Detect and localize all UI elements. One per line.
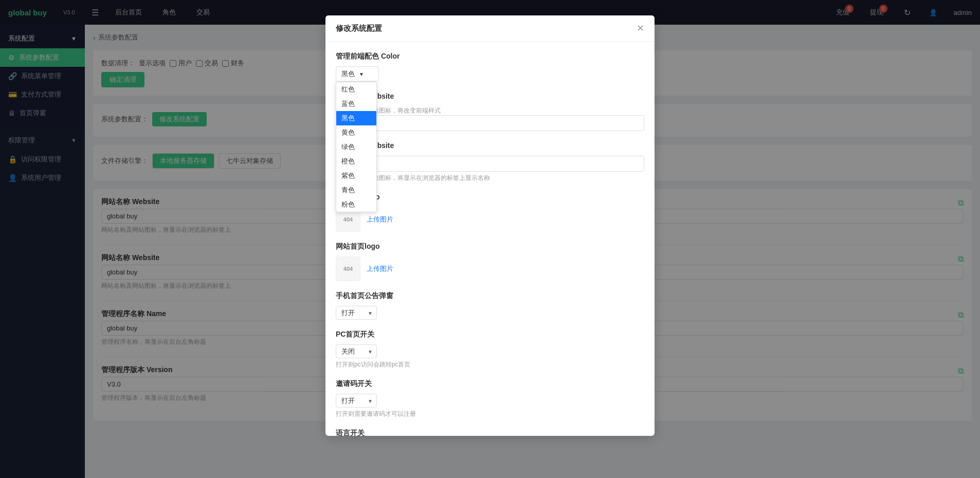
pc-switch-select[interactable]: 关闭 打开 [336, 344, 377, 358]
color-option-black[interactable]: 黑色 [336, 111, 376, 125]
modal-modify-config: 修改系统配置 ✕ 管理前端配色 Color 黑色 ▼ 红色 [325, 15, 655, 436]
mobile-popup-select[interactable]: 打开 关闭 [336, 306, 377, 320]
color-option-pink-label: 粉色 [341, 200, 355, 209]
modal-invite-code-title: 邀请码开关 [336, 379, 644, 389]
color-option-blue[interactable]: 蓝色 [336, 97, 376, 111]
modal-backend-website-hint: 网站名称及网站图标，将显示在浏览器的标签上显示名称 [336, 174, 644, 182]
modal-body: 管理前端配色 Color 黑色 ▼ 红色 蓝色 黑色 [325, 42, 655, 436]
color-option-green[interactable]: 绿色 [336, 140, 376, 154]
color-option-yellow[interactable]: 黄色 [336, 125, 376, 140]
modal-backend-logo-section: 管理后台logo 404 上传图片 [336, 193, 644, 232]
color-option-cyan[interactable]: 青色 [336, 183, 376, 197]
color-option-black-label: 黑色 [341, 114, 355, 123]
invite-code-select-wrapper: 打开 关闭 ▼ [336, 394, 377, 408]
modal-website-name-hint: 网站名称及网站图标，将改变前端样式 [336, 106, 644, 115]
color-option-purple-label: 紫色 [341, 171, 355, 180]
modal-website-name-section: 网站名称 Website 网站名称及网站图标，将改变前端样式 [336, 92, 644, 131]
modal-title: 修改系统配置 [336, 24, 382, 33]
website-logo-upload-link[interactable]: 上传图片 [367, 264, 393, 273]
modal-mobile-popup-title: 手机首页公告弹窗 [336, 291, 644, 301]
modal-language-section: 语言开关 日语打开 日语关闭 ▼ 韩语打开 韩语关闭 [336, 429, 644, 436]
invite-code-select[interactable]: 打开 关闭 [336, 394, 377, 408]
modal-close-button[interactable]: ✕ [637, 23, 644, 34]
color-option-red-label: 红色 [341, 85, 355, 94]
modal-invite-code-section: 邀请码开关 打开 关闭 ▼ 打开则需要邀请码才可以注册 [336, 379, 644, 418]
color-selected-value: 黑色 [341, 69, 355, 79]
color-option-yellow-label: 黄色 [341, 128, 355, 137]
logo-upload-area: 404 上传图片 [336, 207, 644, 232]
modal-backend-website-input[interactable] [336, 156, 644, 172]
modal-website-name-title: 网站名称 Website [336, 92, 644, 101]
backend-logo-upload-link[interactable]: 上传图片 [367, 215, 393, 224]
modal-backend-website-title: 网站名称 Website [336, 141, 644, 151]
mobile-popup-select-wrapper: 打开 关闭 ▼ [336, 306, 377, 320]
modal-invite-code-hint: 打开则需要邀请码才可以注册 [336, 410, 644, 418]
modal-color-title: 管理前端配色 Color [336, 52, 644, 61]
modal-language-title: 语言开关 [336, 429, 644, 436]
color-option-blue-label: 蓝色 [341, 99, 355, 108]
color-option-purple[interactable]: 紫色 [336, 169, 376, 183]
modal-header: 修改系统配置 ✕ [325, 15, 655, 42]
modal-backend-website-section: 网站名称 Website 网站名称及网站图标，将显示在浏览器的标签上显示名称 [336, 141, 644, 182]
color-option-pink[interactable]: 粉色 [336, 197, 376, 212]
modal-pc-switch-title: PC首页开关 [336, 330, 644, 339]
modal-backend-logo-title: 管理后台logo [336, 193, 644, 202]
modal-website-logo-section: 网站首页logo 404 上传图片 [336, 242, 644, 281]
color-chevron-icon: ▼ [359, 71, 364, 77]
modal-pc-switch-section: PC首页开关 关闭 打开 ▼ 打开则pc访问会跳转pc首页 [336, 330, 644, 369]
color-dropdown-menu: 红色 蓝色 黑色 黄色 绿色 [336, 82, 377, 212]
color-select-trigger[interactable]: 黑色 ▼ [336, 66, 379, 82]
modal-pc-switch-hint: 打开则pc访问会跳转pc首页 [336, 360, 644, 369]
color-option-orange-label: 橙色 [341, 157, 355, 166]
color-dropdown-container: 黑色 ▼ 红色 蓝色 黑色 黄色 [336, 66, 379, 82]
color-option-green-label: 绿色 [341, 142, 355, 152]
website-logo-upload-area: 404 上传图片 [336, 256, 644, 281]
pc-switch-select-wrapper: 关闭 打开 ▼ [336, 344, 377, 358]
color-option-red[interactable]: 红色 [336, 82, 376, 97]
modal-website-name-input[interactable] [336, 115, 644, 131]
modal-color-section: 管理前端配色 Color 黑色 ▼ 红色 蓝色 黑色 [336, 52, 644, 82]
modal-mobile-popup-section: 手机首页公告弹窗 打开 关闭 ▼ [336, 291, 644, 320]
modal-overlay[interactable]: 修改系统配置 ✕ 管理前端配色 Color 黑色 ▼ 红色 [0, 0, 980, 478]
website-logo-placeholder: 404 [336, 256, 360, 281]
modal-website-logo-title: 网站首页logo [336, 242, 644, 251]
color-option-orange[interactable]: 橙色 [336, 154, 376, 169]
color-option-cyan-label: 青色 [341, 186, 355, 195]
